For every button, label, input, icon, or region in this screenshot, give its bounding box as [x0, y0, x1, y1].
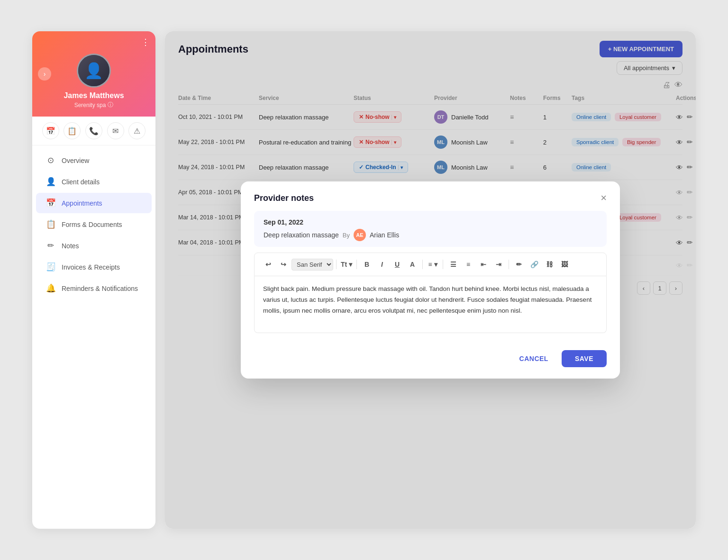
- avatar: 👤: [77, 54, 111, 88]
- provider-notes-modal: Provider notes × Sep 01, 2022 Deep relax…: [241, 181, 620, 379]
- modal-overlay: Provider notes × Sep 01, 2022 Deep relax…: [165, 31, 696, 529]
- user-name: James Matthews: [64, 91, 124, 100]
- note-by-label: By: [343, 232, 350, 239]
- modal-title: Provider notes: [254, 193, 314, 203]
- bold-button[interactable]: B: [360, 258, 374, 271]
- modal-close-button[interactable]: ×: [601, 193, 607, 203]
- sidebar-item-notes[interactable]: ✏ Notes: [36, 235, 152, 256]
- overview-icon: ⊙: [46, 155, 56, 165]
- editor-toolbar: ↩ ↪ San Serif Tt ▾ B I U A ≡ ▾: [254, 253, 607, 276]
- sidebar-quick-actions: 📅 📋 📞 ✉ ⚠: [32, 117, 155, 145]
- sidebar-item-client-details-label: Client details: [62, 178, 100, 186]
- invoices-icon: 🧾: [46, 262, 56, 272]
- italic-button[interactable]: I: [375, 258, 389, 271]
- save-button[interactable]: SAVE: [562, 350, 607, 367]
- avatar-image: 👤: [78, 55, 109, 86]
- cancel-button[interactable]: CANCEL: [512, 350, 556, 367]
- indent-left-button[interactable]: ⇤: [476, 258, 491, 271]
- sidebar-item-invoices[interactable]: 🧾 Invoices & Receipts: [36, 257, 152, 277]
- editor-content[interactable]: Slight back pain. Medium pressure back m…: [254, 276, 607, 333]
- highlight-button[interactable]: ✏: [512, 258, 526, 271]
- note-meta: Sep 01, 2022 Deep relaxation massage By …: [254, 211, 607, 247]
- toolbar-divider: [443, 260, 443, 269]
- sidebar-more-button[interactable]: ⋮: [141, 37, 150, 47]
- redo-button[interactable]: ↪: [276, 258, 291, 271]
- notes-icon: ✏: [46, 241, 56, 251]
- sidebar-item-client-details[interactable]: 👤 Client details: [36, 172, 152, 192]
- sidebar-item-appointments[interactable]: 📅 Appointments: [36, 193, 152, 213]
- sidebar-collapse-button[interactable]: ›: [38, 67, 51, 81]
- toolbar-divider: [336, 260, 337, 269]
- note-service-row: Deep relaxation massage By AE Arian Elli…: [264, 229, 597, 241]
- sidebar-item-reminders[interactable]: 🔔 Reminders & Notifications: [36, 278, 152, 298]
- sidebar-item-overview[interactable]: ⊙ Overview: [36, 150, 152, 171]
- modal-body: Sep 01, 2022 Deep relaxation massage By …: [241, 211, 620, 343]
- info-icon: ⓘ: [108, 101, 113, 109]
- sidebar: › ⋮ 👤 James Matthews Serenity spa ⓘ 📅 📋 …: [32, 31, 155, 529]
- reminders-icon: 🔔: [46, 283, 56, 293]
- bullet-list-button[interactable]: ☰: [446, 258, 460, 271]
- sidebar-item-forms-documents-label: Forms & Documents: [62, 221, 122, 228]
- calendar-quick-icon[interactable]: 📅: [42, 122, 59, 139]
- phone-quick-icon[interactable]: 📞: [85, 122, 102, 139]
- numbered-list-button[interactable]: ≡: [461, 258, 475, 271]
- main-content: Appointments + NEW APPOINTMENT All appoi…: [165, 31, 696, 529]
- align-button[interactable]: ≡ ▾: [426, 258, 440, 271]
- undo-button[interactable]: ↩: [261, 258, 275, 271]
- forms-documents-icon: 📋: [46, 219, 56, 229]
- font-size-button[interactable]: Tt ▾: [339, 258, 354, 271]
- modal-header: Provider notes ×: [241, 181, 620, 211]
- sidebar-item-forms-documents[interactable]: 📋 Forms & Documents: [36, 214, 152, 235]
- note-provider-name: Arian Ellis: [370, 231, 399, 239]
- note-text: Slight back pain. Medium pressure back m…: [263, 285, 592, 314]
- appointments-icon: 📅: [46, 198, 56, 208]
- sidebar-item-invoices-label: Invoices & Receipts: [62, 263, 120, 271]
- underline-button[interactable]: U: [390, 258, 404, 271]
- link-button[interactable]: 🔗: [527, 258, 541, 271]
- client-details-icon: 👤: [46, 177, 56, 187]
- sidebar-item-overview-label: Overview: [62, 157, 89, 164]
- sidebar-item-appointments-label: Appointments: [62, 199, 102, 207]
- toolbar-divider: [422, 260, 423, 269]
- font-family-select[interactable]: San Serif: [291, 259, 333, 271]
- email-quick-icon[interactable]: ✉: [107, 122, 124, 139]
- sidebar-item-reminders-label: Reminders & Notifications: [62, 285, 138, 292]
- modal-footer: CANCEL SAVE: [241, 343, 620, 379]
- note-provider-avatar: AE: [354, 229, 366, 241]
- indent-right-button[interactable]: ⇥: [491, 258, 506, 271]
- toolbar-divider: [356, 260, 357, 269]
- alert-quick-icon[interactable]: ⚠: [128, 122, 146, 139]
- image-button[interactable]: 🖼: [557, 258, 572, 271]
- sidebar-header: › ⋮ 👤 James Matthews Serenity spa ⓘ: [32, 31, 155, 117]
- unlink-button[interactable]: ⛓: [542, 258, 556, 271]
- sidebar-item-notes-label: Notes: [62, 242, 79, 250]
- booking-quick-icon[interactable]: 📋: [64, 122, 81, 139]
- text-color-button[interactable]: A: [405, 258, 419, 271]
- sidebar-nav: ⊙ Overview 👤 Client details 📅 Appointmen…: [32, 145, 155, 303]
- toolbar-divider: [509, 260, 509, 269]
- note-date: Sep 01, 2022: [264, 218, 597, 226]
- note-service: Deep relaxation massage: [264, 231, 339, 239]
- user-spa: Serenity spa ⓘ: [74, 101, 114, 109]
